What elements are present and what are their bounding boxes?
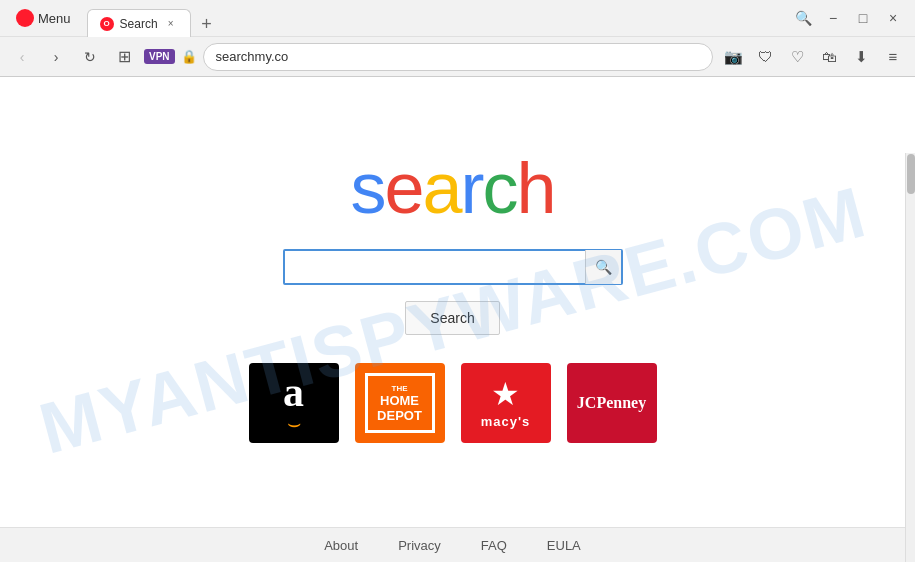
nav-icons: 📷 🛡 ♡ 🛍 ⬇ ≡ [719,43,907,71]
footer-faq[interactable]: FAQ [481,538,507,553]
page-area: MYANTISPYWARE.COM search 🔍 Search a ⌣ [0,77,915,562]
hd-depot: DEPOT [377,408,422,423]
homedepot-inner: THE HOME DEPOT [365,373,435,433]
heart-button[interactable]: ♡ [783,43,811,71]
shortcuts-row: a ⌣ THE HOME DEPOT ★ macy's [249,363,657,443]
footer-privacy[interactable]: Privacy [398,538,441,553]
address-bar[interactable] [203,43,713,71]
browser-chrome: Menu O Search × + 🔍 − □ × ‹ › ↻ ⊞ VPN 🔒 [0,0,915,77]
shortcut-homedepot[interactable]: THE HOME DEPOT [355,363,445,443]
bag-button[interactable]: 🛍 [815,43,843,71]
hamburger-menu-button[interactable]: ≡ [879,43,907,71]
shortcut-amazon[interactable]: a ⌣ [249,363,339,443]
window-controls: 🔍 − □ × [789,4,907,32]
jcpenney-icon: JCPenney [567,363,657,443]
tab-favicon: O [100,17,114,31]
active-tab[interactable]: O Search × [87,9,191,37]
lock-icon: 🔒 [181,49,197,64]
logo-letter-a: a [422,148,460,228]
new-tab-icon: + [201,14,212,35]
amazon-arrow: ⌣ [287,413,301,435]
amazon-letter-a: a [283,371,304,413]
shield-button[interactable]: 🛡 [751,43,779,71]
opera-icon [16,9,34,27]
macys-text: macy's [481,414,531,429]
search-submit-button[interactable]: Search [405,301,499,335]
title-bar: Menu O Search × + 🔍 − □ × [0,0,915,36]
tabs-container: O Search × + [83,0,785,36]
menu-label: Menu [38,11,71,26]
nav-bar: ‹ › ↻ ⊞ VPN 🔒 📷 🛡 ♡ 🛍 ⬇ ≡ [0,36,915,76]
hd-home: HOME [380,393,419,408]
search-icon-button[interactable]: 🔍 [585,250,621,284]
menu-button[interactable]: Menu [8,5,79,31]
footer-about[interactable]: About [324,538,358,553]
amazon-icon: a ⌣ [249,363,339,443]
logo-letter-r: r [461,148,483,228]
search-button-toolbar[interactable]: 🔍 [789,4,817,32]
macys-icon: ★ macy's [461,363,551,443]
tab-label: Search [120,17,158,31]
vpn-badge[interactable]: VPN [144,49,175,64]
jcpenney-text: JCPenney [577,394,646,412]
reload-button[interactable]: ↻ [76,43,104,71]
maximize-button[interactable]: □ [849,4,877,32]
search-icon: 🔍 [595,259,612,275]
back-button[interactable]: ‹ [8,43,36,71]
close-button[interactable]: × [879,4,907,32]
homedepot-icon: THE HOME DEPOT [355,363,445,443]
footer-eula[interactable]: EULA [547,538,581,553]
camera-button[interactable]: 📷 [719,43,747,71]
macys-star: ★ [491,378,520,410]
hd-the: THE [392,384,408,393]
logo-container: search [350,147,554,229]
grid-button[interactable]: ⊞ [110,43,138,71]
search-box-container: 🔍 [283,249,623,285]
logo-letter-e: e [384,148,422,228]
minimize-button[interactable]: − [819,4,847,32]
forward-button[interactable]: › [42,43,70,71]
footer: About Privacy FAQ EULA [0,527,905,562]
scrollbar[interactable] [905,153,915,562]
tab-close-button[interactable]: × [164,17,178,31]
logo-letter-s: s [350,148,384,228]
logo-letter-h: h [517,148,555,228]
scrollbar-thumb[interactable] [907,154,915,194]
download-button[interactable]: ⬇ [847,43,875,71]
shortcut-jcpenney[interactable]: JCPenney [567,363,657,443]
logo-letter-c: c [483,148,517,228]
logo-text: search [350,148,554,228]
shortcut-macys[interactable]: ★ macy's [461,363,551,443]
page-content: MYANTISPYWARE.COM search 🔍 Search a ⌣ [0,77,905,562]
search-input[interactable] [285,259,585,275]
new-tab-button[interactable]: + [195,12,219,36]
url-input[interactable] [216,49,700,64]
